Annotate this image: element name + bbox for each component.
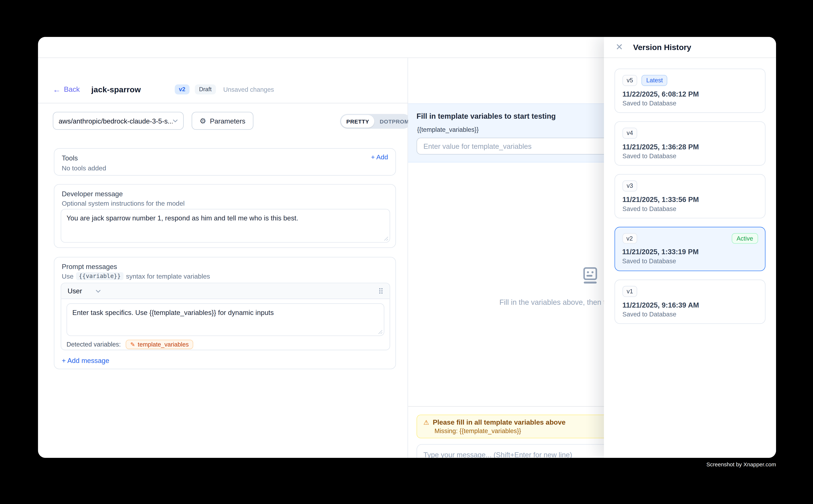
close-icon[interactable]: ✕ [616, 43, 623, 52]
tools-card: Tools + Add No tools added [54, 148, 396, 176]
warning-triangle-icon: ⚠ [423, 419, 429, 425]
tools-title: Tools [62, 154, 78, 162]
version-entry-v1[interactable]: v1 11/21/2025, 9:16:39 AM Saved to Datab… [615, 280, 766, 324]
model-select-value: aws/anthropic/bedrock-claude-3-5-s... [59, 117, 172, 125]
developer-message-field-wrap [61, 209, 390, 243]
draft-badge: Draft [195, 84, 216, 95]
version-entry-v2[interactable]: v2 Active 11/21/2025, 1:33:19 PM Saved t… [615, 227, 766, 271]
version-source: Saved to Database [623, 100, 758, 107]
variables-banner-title: Fill in template variables to start test… [416, 112, 556, 120]
pencil-icon: ✎ [130, 342, 135, 347]
unsaved-status: Unsaved changes [223, 86, 274, 93]
watermark-text: Screenshot by Xnapper.com [565, 461, 776, 467]
message-header: User [61, 283, 390, 299]
version-timestamp: 11/21/2025, 9:16:39 AM [623, 301, 758, 309]
app-window: ← Back jack-sparrow v2 Draft Unsaved cha… [38, 37, 776, 458]
page-title: jack-sparrow [91, 85, 141, 94]
add-tool-button[interactable]: + Add [371, 153, 388, 161]
chevron-down-icon [96, 289, 101, 292]
page-header: ← Back jack-sparrow v2 Draft Unsaved cha… [38, 58, 408, 103]
version-timestamp: 11/21/2025, 1:33:56 PM [623, 196, 758, 204]
version-source: Saved to Database [623, 311, 758, 318]
developer-message-title: Developer message [62, 190, 123, 198]
developer-message-subtitle: Optional system instructions for the mod… [62, 200, 184, 207]
toggle-pretty[interactable]: PRETTY [341, 115, 375, 128]
developer-message-card: Developer message Optional system instru… [54, 184, 396, 248]
version-history-panel: ✕ Version History v5 Latest 11/22/2025, … [604, 37, 776, 458]
robot-icon [581, 266, 600, 287]
template-syntax-hint: Use {{variable}} syntax for template var… [62, 272, 210, 280]
version-number-badge: v4 [623, 128, 637, 139]
version-history-header: ✕ Version History [604, 37, 776, 58]
version-badge: v2 [174, 84, 189, 95]
prompt-message-textarea[interactable] [66, 303, 384, 336]
back-label: Back [64, 85, 80, 93]
version-status-badge: Latest [642, 75, 668, 86]
version-source: Saved to Database [622, 258, 758, 265]
detected-variable-chip[interactable]: ✎ template_variables [125, 340, 193, 349]
arrow-left-icon: ← [53, 85, 61, 93]
version-list: v5 Latest 11/22/2025, 6:08:12 PM Saved t… [604, 58, 776, 458]
version-timestamp: 11/22/2025, 6:08:12 PM [623, 90, 758, 98]
drag-handle-icon[interactable] [379, 287, 383, 294]
version-number-badge: v1 [623, 286, 637, 297]
version-timestamp: 11/21/2025, 1:33:19 PM [622, 248, 758, 256]
gear-icon: ⚙ [199, 117, 206, 124]
prompt-message-field-wrap [66, 303, 384, 336]
version-timestamp: 11/21/2025, 1:36:28 PM [623, 143, 758, 151]
add-message-button[interactable]: + Add message [62, 356, 109, 364]
header-badges: v2 Draft Unsaved changes [174, 84, 274, 95]
version-number-badge: v3 [623, 180, 637, 191]
model-toolbar: aws/anthropic/bedrock-claude-3-5-s... ⚙ … [53, 112, 396, 130]
prompt-message-block: User Detected variables: [61, 283, 390, 350]
role-select[interactable]: User [68, 287, 101, 295]
detected-variables-row: Detected variables: ✎ template_variables [66, 340, 193, 349]
model-select[interactable]: aws/anthropic/bedrock-claude-3-5-s... [53, 112, 184, 130]
warning-title: Please fill in all template variables ab… [433, 418, 565, 426]
prompt-messages-card: Prompt messages Use {{variable}} syntax … [54, 257, 396, 369]
version-entry-v4[interactable]: v4 11/21/2025, 1:36:28 PM Saved to Datab… [615, 121, 766, 166]
version-history-title: Version History [633, 43, 691, 52]
chevron-down-icon [172, 119, 178, 122]
view-mode-toggle: PRETTY DOTPROMPT [340, 114, 411, 129]
version-entry-v3[interactable]: v3 11/21/2025, 1:33:56 PM Saved to Datab… [615, 174, 766, 218]
version-status-badge: Active [732, 233, 758, 244]
prompt-messages-title: Prompt messages [62, 263, 117, 271]
detected-variables-label: Detected variables: [66, 341, 121, 348]
variable-syntax-chip: {{variable}} [76, 272, 123, 280]
version-number-badge: v5 [623, 75, 637, 86]
parameters-button[interactable]: ⚙ Parameters [191, 112, 253, 130]
variable-name-label: {{template_variables}} [417, 126, 479, 133]
empty-state-text: Fill in the variables above, then typ [499, 298, 613, 306]
screen: ← Back jack-sparrow v2 Draft Unsaved cha… [0, 0, 813, 504]
version-entry-v5[interactable]: v5 Latest 11/22/2025, 6:08:12 PM Saved t… [615, 68, 766, 113]
version-number-badge: v2 [622, 233, 637, 244]
developer-message-textarea[interactable] [61, 209, 390, 243]
version-source: Saved to Database [623, 205, 758, 212]
back-link[interactable]: ← Back [53, 85, 80, 93]
prompt-editor-panel: ← Back jack-sparrow v2 Draft Unsaved cha… [38, 58, 408, 458]
version-source: Saved to Database [623, 152, 758, 160]
tools-empty-text: No tools added [62, 164, 106, 172]
